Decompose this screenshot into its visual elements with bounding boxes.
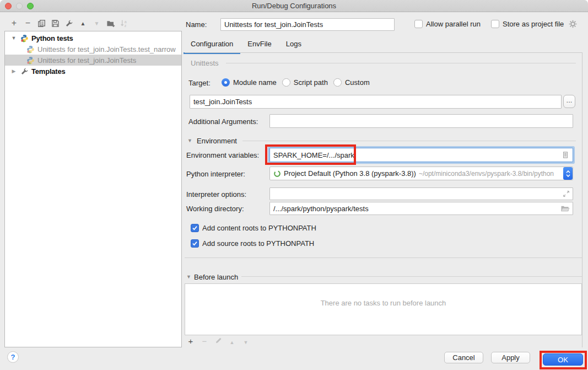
edit-variables-icon[interactable] xyxy=(562,151,569,159)
target-value-input[interactable] xyxy=(190,95,562,109)
environment-variables-label: Environment variables: xyxy=(186,151,259,159)
before-launch-task-list[interactable]: There are no tasks to run before launch xyxy=(185,283,582,335)
target-label: Target: xyxy=(188,79,211,87)
tree-item-unittests-test-narrow[interactable]: Unittests for test_join.JoinTests.test_n… xyxy=(5,44,181,55)
svg-text:z: z xyxy=(125,23,127,27)
copy-configuration-icon[interactable] xyxy=(35,17,48,29)
additional-arguments-input[interactable] xyxy=(269,114,573,128)
before-launch-empty-text: There are no tasks to run before launch xyxy=(185,299,581,307)
python-interpreter-label: Python interpreter: xyxy=(186,170,245,178)
interpreter-options-input[interactable] xyxy=(269,187,573,200)
collapse-arrow-icon[interactable]: ▼ xyxy=(187,138,192,143)
move-task-down-icon: ▼ xyxy=(241,336,250,346)
add-content-roots-label: Add content roots to PYTHONPATH xyxy=(202,224,316,232)
tree-item-label: Templates xyxy=(31,67,66,76)
tab-configuration[interactable]: Configuration xyxy=(184,36,240,54)
expand-field-icon[interactable] xyxy=(563,190,570,197)
move-task-up-icon: ▲ xyxy=(228,336,236,346)
target-option-script-path[interactable]: Script path xyxy=(282,78,328,87)
name-input[interactable] xyxy=(220,18,395,31)
tree-item-unittests-jointests[interactable]: Unittests for test_join.JoinTests xyxy=(5,55,181,66)
unittests-group-label: Unittests xyxy=(191,59,219,67)
config-tabs: Configuration EnvFile Logs xyxy=(184,36,309,54)
radio-selected[interactable] xyxy=(222,78,230,87)
before-launch-toolbar: + − ▲ ▼ xyxy=(186,335,250,346)
environment-section-header[interactable]: Environment xyxy=(197,137,237,145)
config-panel-bottom-line xyxy=(185,258,582,258)
add-source-roots-checkbox[interactable]: Add source roots to PYTHONPATH xyxy=(191,239,314,248)
allow-parallel-run-label: Allow parallel run xyxy=(426,20,481,28)
interpreter-options-label: Interpreter options: xyxy=(186,190,246,199)
gear-icon[interactable] xyxy=(569,20,577,28)
store-as-project-file-label: Store as project file xyxy=(503,20,564,28)
target-option-module-name[interactable]: Module name xyxy=(222,78,277,87)
python-test-config-icon xyxy=(26,56,35,65)
move-down-icon: ▼ xyxy=(90,17,104,29)
checkbox-unchecked[interactable] xyxy=(491,20,499,28)
unittests-group-line xyxy=(226,63,576,63)
move-up-icon[interactable]: ▲ xyxy=(76,17,90,29)
title-bar: Run/Debug Configurations xyxy=(0,0,588,12)
apply-button[interactable]: Apply xyxy=(491,352,530,363)
target-option-custom[interactable]: Custom xyxy=(333,78,370,87)
annotation-ok-button xyxy=(540,351,587,369)
run-debug-configurations-dialog: Run/Debug Configurations + − ▲ ▼ az ▼ Py… xyxy=(0,0,588,370)
cancel-button[interactable]: Cancel xyxy=(444,352,483,363)
python-interpreter-path: ~/opt/miniconda3/envs/pyspark-3.8/bin/py… xyxy=(419,170,554,178)
before-launch-section-header[interactable]: Before launch xyxy=(194,273,238,281)
add-configuration-button[interactable]: + xyxy=(7,17,21,29)
before-launch-section-line xyxy=(241,276,582,277)
configurations-toolbar: + − ▲ ▼ az xyxy=(7,17,131,29)
add-content-roots-checkbox[interactable]: Add content roots to PYTHONPATH xyxy=(191,224,316,232)
tree-item-label: Unittests for test_join.JoinTests.test_n… xyxy=(37,45,176,53)
sort-configurations-icon: az xyxy=(117,17,131,29)
tab-envfile[interactable]: EnvFile xyxy=(240,36,278,54)
working-directory-label: Working directory: xyxy=(186,205,244,213)
store-as-project-file-checkbox[interactable]: Store as project file xyxy=(491,20,577,28)
tabs-divider xyxy=(185,52,582,53)
templates-wrench-icon xyxy=(20,67,29,76)
checkbox-unchecked[interactable] xyxy=(414,20,423,28)
window-title: Run/Debug Configurations xyxy=(0,2,588,10)
collapse-arrow-icon[interactable]: ▼ xyxy=(186,274,191,280)
new-folder-icon[interactable] xyxy=(104,17,117,29)
tab-logs[interactable]: Logs xyxy=(279,36,309,54)
collapse-arrow-icon[interactable]: ▼ xyxy=(10,35,17,41)
checkbox-checked[interactable] xyxy=(191,224,199,232)
checkbox-checked[interactable] xyxy=(191,239,199,248)
tree-item-python-tests[interactable]: ▼ Python tests xyxy=(5,33,181,44)
environment-section-line xyxy=(242,141,576,141)
target-radio-row: Module name Script path Custom xyxy=(222,78,370,87)
help-button[interactable]: ? xyxy=(7,351,19,363)
target-option-label: Custom xyxy=(345,78,370,87)
target-option-label: Module name xyxy=(233,78,277,87)
additional-arguments-label: Additional Arguments: xyxy=(188,117,258,126)
python-interpreter-select[interactable]: Project Default (Python 3.8 (pyspark-3.8… xyxy=(269,167,573,180)
svg-text:a: a xyxy=(125,19,127,23)
configurations-tree: ▼ Python tests Unittests for test_join.J… xyxy=(4,31,182,347)
select-spinner-icon[interactable] xyxy=(563,167,573,180)
radio-unselected[interactable] xyxy=(333,78,342,87)
allow-parallel-run-checkbox[interactable]: Allow parallel run xyxy=(414,20,481,28)
python-test-config-icon xyxy=(26,45,35,53)
python-tests-icon xyxy=(20,34,29,42)
browse-button[interactable]: ... xyxy=(563,95,575,108)
add-task-button[interactable]: + xyxy=(186,336,195,346)
panel-scrollbar-track[interactable] xyxy=(582,52,582,347)
conda-environment-icon xyxy=(273,170,281,178)
python-interpreter-value: Project Default (Python 3.8 (pyspark-3.8… xyxy=(284,169,416,178)
expand-arrow-icon[interactable]: ▶ xyxy=(10,68,17,74)
tree-item-label: Python tests xyxy=(31,34,73,42)
annotation-environment-variables xyxy=(265,144,356,165)
folder-icon[interactable] xyxy=(560,205,570,212)
remove-task-button: − xyxy=(200,336,209,346)
add-source-roots-label: Add source roots to PYTHONPATH xyxy=(202,239,314,248)
save-configuration-icon[interactable] xyxy=(48,17,62,29)
name-label: Name: xyxy=(186,20,207,29)
working-directory-input[interactable] xyxy=(269,202,573,215)
tree-item-label: Unittests for test_join.JoinTests xyxy=(37,56,136,65)
radio-unselected[interactable] xyxy=(282,78,290,87)
remove-configuration-button[interactable]: − xyxy=(21,17,35,29)
tree-item-templates[interactable]: ▶ Templates xyxy=(5,66,181,77)
edit-templates-icon[interactable] xyxy=(62,17,76,29)
